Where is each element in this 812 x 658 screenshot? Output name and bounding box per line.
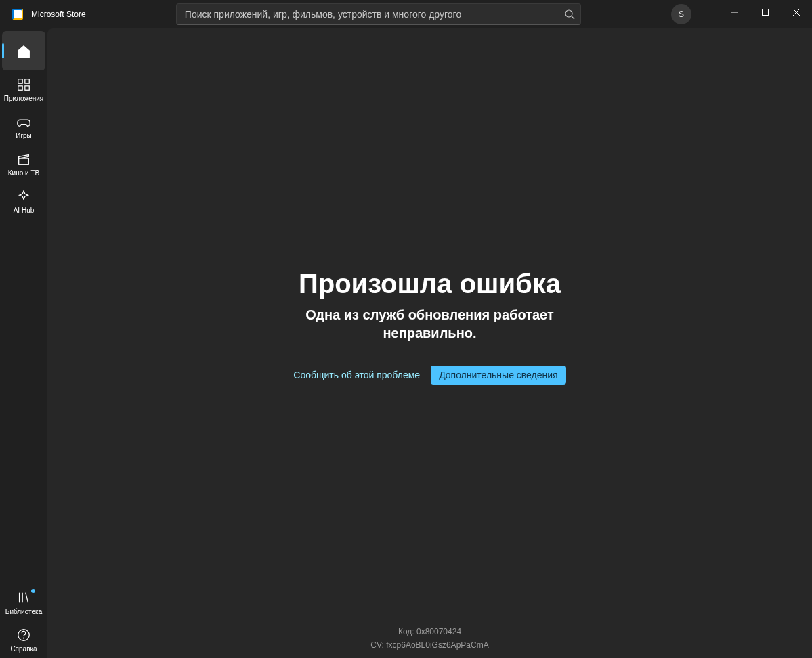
svg-rect-9 [25, 86, 29, 90]
svg-rect-3 [762, 9, 768, 16]
search-icon[interactable] [564, 9, 575, 20]
sidebar-item-games[interactable]: Игры [0, 108, 47, 145]
sidebar-item-help[interactable]: Справка [0, 621, 47, 658]
games-icon [16, 114, 31, 129]
movies-icon [16, 152, 31, 167]
help-icon [16, 628, 31, 642]
home-icon [16, 44, 31, 59]
error-cv: CV: fxcp6AoBL0iGsz6ApPaCmA [47, 640, 812, 650]
more-info-button[interactable]: Дополнительные сведения [431, 366, 566, 385]
sidebar-item-apps[interactable]: Приложения [0, 70, 47, 108]
report-problem-link[interactable]: Сообщить об этой проблеме [293, 370, 420, 380]
sidebar-label-aihub: AI Hub [14, 206, 35, 214]
svg-line-13 [26, 593, 28, 603]
notification-dot [31, 589, 35, 593]
body: Приложения Игры Кино и ТВ AI Hub Библиот… [0, 28, 812, 658]
sidebar-label-movies: Кино и ТВ [8, 169, 39, 177]
sidebar-item-aihub[interactable]: AI Hub [0, 182, 47, 219]
error-footer: Код: 0x80070424 CV: fxcp6AoBL0iGsz6ApPaC… [47, 627, 812, 654]
store-app-icon [12, 9, 23, 20]
maximize-button[interactable] [750, 2, 781, 22]
titlebar: Microsoft Store S [0, 0, 812, 28]
library-icon [16, 590, 31, 605]
sidebar-label-games: Игры [16, 132, 32, 139]
svg-point-0 [565, 10, 572, 17]
error-code: Код: 0x80070424 [47, 627, 812, 636]
user-avatar[interactable]: S [671, 4, 691, 24]
sidebar-label-apps: Приложения [4, 95, 44, 102]
search-input[interactable] [185, 9, 564, 20]
svg-rect-8 [18, 86, 22, 90]
window-controls [719, 6, 812, 22]
sidebar-item-library[interactable]: Библиотека [0, 584, 47, 621]
svg-point-15 [24, 638, 24, 638]
app-title: Microsoft Store [31, 9, 86, 19]
sidebar-item-home[interactable] [2, 31, 45, 70]
apps-icon [16, 77, 31, 92]
sidebar-item-movies[interactable]: Кино и ТВ [0, 145, 47, 182]
aihub-icon [16, 189, 31, 204]
search-bar[interactable] [176, 3, 581, 25]
sidebar: Приложения Игры Кино и ТВ AI Hub Библиот… [0, 28, 47, 658]
error-actions: Сообщить об этой проблеме Дополнительные… [261, 366, 599, 385]
titlebar-right: S [671, 4, 812, 24]
sidebar-label-library: Библиотека [5, 608, 42, 615]
main-content: Произошла ошибка Одна из служб обновлени… [47, 28, 812, 658]
svg-line-1 [572, 16, 574, 19]
svg-rect-10 [19, 158, 29, 164]
minimize-button[interactable] [719, 2, 750, 22]
error-title: Произошла ошибка [261, 269, 599, 299]
error-block: Произошла ошибка Одна из служб обновлени… [261, 269, 599, 385]
svg-rect-7 [25, 79, 29, 83]
error-subtitle: Одна из служб обновления работает неправ… [261, 306, 599, 343]
sidebar-label-help: Справка [10, 645, 37, 653]
close-button[interactable] [781, 2, 812, 22]
svg-rect-6 [18, 79, 22, 83]
